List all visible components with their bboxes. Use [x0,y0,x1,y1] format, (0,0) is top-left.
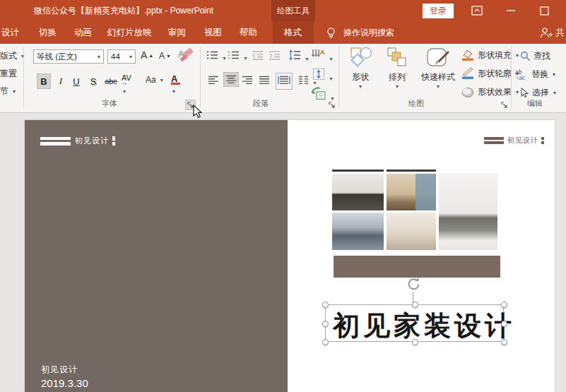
quick-styles-button[interactable]: 快速样式 ▾ [417,47,459,90]
up-arrow-icon: ▲ [148,53,153,58]
line-spacing-button[interactable] [288,49,308,64]
chevron-down-icon: ▾ [437,83,440,90]
distribute-text-icon [278,76,290,85]
logo-dot-icon [112,136,115,145]
align-text-button[interactable] [312,68,332,83]
tab-animations[interactable]: 动画 [74,21,92,44]
decrease-indent-button[interactable] [252,50,264,63]
distribute-text-button[interactable] [276,73,293,90]
reset-button[interactable]: 重置 [0,68,17,80]
strikethrough-button[interactable]: abc [102,73,120,89]
character-spacing-button[interactable]: AV ↔ [122,73,131,95]
underline-button[interactable]: U [69,73,83,89]
font-name-combo[interactable]: 等线 (正文)▾ [33,49,104,64]
italic-button[interactable]: I [54,73,68,89]
minimize-button[interactable] [499,0,523,21]
slide-footer-date[interactable]: 2019.3.30 [41,377,88,389]
resize-handle-w[interactable] [322,321,329,327]
font-size-combo[interactable]: 44▾ [107,49,136,64]
section-button[interactable]: 节 [0,85,16,97]
down-arrow-icon: ▼ [166,54,171,59]
title-text-box[interactable]: 初见家装设计 [325,304,504,342]
align-left-button[interactable] [208,75,219,88]
shape-fill-icon [461,49,475,61]
shape-effects-button[interactable]: 形状效果 [461,85,519,98]
rotation-handle-icon[interactable] [406,276,421,292]
smartart-icon [311,87,326,100]
tab-format[interactable]: 格式 [284,21,302,44]
slide[interactable]: 初见设计 初见设计 2019.3.30 初见设计 [25,120,555,392]
tell-me-search[interactable]: 操作说明搜索 [343,21,394,44]
resize-handle-se[interactable] [501,339,507,345]
photo-bedroom[interactable] [387,174,436,210]
group-separator [511,47,512,107]
bold-button[interactable]: B [37,73,51,89]
numbering-button[interactable] [228,50,247,63]
justify-button[interactable] [259,75,270,88]
tab-review[interactable]: 审阅 [168,21,186,44]
tab-view[interactable]: 视图 [204,21,222,44]
change-case-button[interactable]: Aa [146,75,163,85]
replace-button[interactable]: ab ac 替换 [514,69,555,81]
svg-text:A: A [320,49,325,56]
tab-help[interactable]: 帮助 [240,21,257,44]
text-direction-icon: A [311,48,325,61]
photo-sofa-room[interactable] [439,174,497,250]
resize-handle-e[interactable] [501,321,507,327]
font-group-label: 字体 [102,98,117,109]
numbering-icon [228,50,240,60]
sign-in-button[interactable]: 登录 [423,4,454,18]
maximize-button[interactable] [532,0,556,21]
select-button[interactable]: 选择 [520,87,556,99]
find-button[interactable]: 查找 [520,50,550,62]
document-title: 微信公众号【新精英充电站】.pptx - PowerPoint [34,0,213,21]
slide-title-text[interactable]: 初见家装设计 [333,308,515,344]
paragraph-dialog-launcher[interactable] [326,100,337,110]
photo-dining-room[interactable] [332,213,384,250]
tab-design[interactable]: 设计 [1,21,19,44]
accent-bar[interactable] [334,256,500,278]
slide-logo-left[interactable]: 初见设计 [40,136,115,146]
layout-button[interactable]: 版式 [0,50,24,62]
logo-dot-icon [541,137,544,145]
resize-handle-s[interactable] [412,339,418,345]
resize-handle-n[interactable] [412,302,418,308]
share-label[interactable]: 共 [555,21,565,44]
bullets-button[interactable] [206,50,225,63]
tab-slideshow[interactable]: 幻灯片放映 [107,21,152,44]
shrink-font-button[interactable]: A▼ [159,51,171,61]
drawing-dialog-launcher[interactable] [499,100,509,110]
text-direction-button[interactable]: A [311,48,332,64]
photo-living-room[interactable] [332,174,384,210]
slide-logo-right[interactable]: 初见设计 [484,136,544,145]
font-color-button[interactable]: A [171,73,180,95]
shape-outline-button[interactable]: 形状轮廓 [461,67,519,80]
slide-footer-name[interactable]: 初见设计 [41,364,78,376]
group-separator [23,47,24,107]
powerpoint-window: 微信公众号【新精英充电站】.pptx - PowerPoint 绘图工具 登录 … [0,0,566,392]
ribbon-display-options-button[interactable] [465,0,489,21]
increase-indent-button[interactable] [269,50,281,63]
resize-handle-sw[interactable] [322,339,329,345]
tab-transitions[interactable]: 切换 [39,21,57,44]
photo-lounge[interactable] [387,213,436,250]
text-shadow-button[interactable]: S [86,73,100,89]
align-right-button[interactable] [242,75,253,88]
arrange-icon [386,47,408,69]
shapes-button[interactable]: 形状 ▾ [345,47,376,90]
logo-bars-icon [40,137,71,145]
lightbulb-icon [326,27,336,39]
grow-font-button[interactable]: A▲ [141,49,153,61]
logo-text: 初见设计 [75,136,109,146]
clear-formatting-button[interactable]: A [178,48,195,64]
shape-fill-button[interactable]: 形状填充 [461,49,519,61]
group-separator [338,47,339,107]
arrange-button[interactable]: 排列 ▾ [382,47,413,90]
chevron-down-icon: ▾ [359,83,362,90]
slide-left-panel[interactable] [25,120,288,392]
logo-bars-icon [484,137,504,144]
align-center-button[interactable] [223,72,239,87]
photo-edge [387,170,436,172]
resize-handle-nw[interactable] [322,302,329,308]
resize-handle-ne[interactable] [501,302,507,308]
